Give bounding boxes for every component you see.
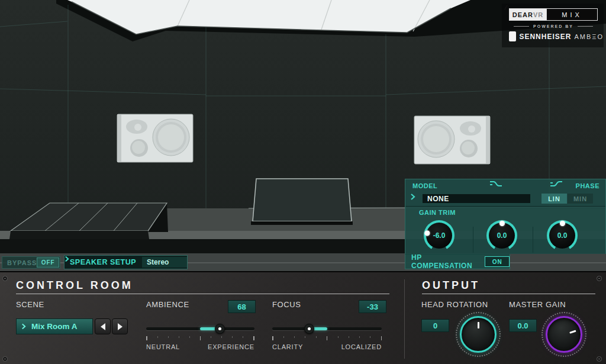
sennheiser-row: SENNHEISER AMBΞO [509,31,604,41]
speaker-setup-control[interactable]: SPEAKER SETUP Stereo [64,255,188,269]
head-rotation-label: HEAD ROTATION [421,300,488,309]
sennheiser-logo-icon [509,31,516,41]
model-expand-chevron-icon[interactable] [410,194,421,204]
focus-slider-handle[interactable] [304,324,314,334]
right-arrow-icon [118,323,123,330]
room-3d-view: DEARVR MIX POWERED BY SENNHEISER AMBΞO M… [0,0,606,272]
branding-block: DEARVR MIX POWERED BY SENNHEISER AMBΞO [502,4,604,47]
studio-screen [251,179,353,225]
bypass-control: BYPASS OFF [2,256,60,269]
ambience-slider[interactable] [146,324,254,334]
model-dropdown[interactable]: NONE [422,194,531,204]
scene-prev-button[interactable] [95,318,111,334]
ambience-min-label: NEUTRAL [146,343,180,350]
dearvr-mix-logo: DEARVR MIX [509,8,598,21]
gain-trim-knob[interactable]: -6.0 [424,220,454,251]
master-gain-value-box[interactable]: 0.0 [509,319,537,332]
left-arrow-icon [101,323,105,330]
master-gain-label: MASTER GAIN [509,300,566,309]
screw-icon [597,356,602,362]
ambeo-label: AMBΞO [574,33,604,40]
scene-value: Mix Room A [31,322,78,331]
powered-by-row: POWERED BY [509,24,598,28]
left-speaker [117,114,193,162]
phase-min-button[interactable]: MIN [568,194,593,204]
focus-max-label: LOCALIZED [341,343,382,350]
low-shelf-knob[interactable]: 0.0 [486,220,517,251]
screw-icon [2,356,8,362]
logo-vr: VR [533,11,543,18]
logo-dear: DEAR [512,11,533,18]
control-room-title: CONTROL ROOM [16,279,133,292]
mixing-console-ramp [9,203,168,239]
speaker-setup-label: SPEAKER SETUP [70,258,136,266]
screw-icon [597,276,602,281]
focus-min-label: CLARITY [272,343,303,350]
logo-mix: MIX [546,9,597,20]
hp-compensation-strip: HP COMPENSATION ON [405,254,510,269]
low-pass-filter-icon [489,179,503,189]
scene-dropdown[interactable]: Mix Room A [16,318,93,334]
phase-lin-button[interactable]: LIN [541,194,567,204]
master-gain-knob[interactable] [546,316,582,353]
focus-value-box[interactable]: -33 [359,300,386,313]
bypass-toggle[interactable]: OFF [37,257,59,268]
screw-icon [2,276,8,281]
head-rotation-value-box[interactable]: 0 [421,319,449,332]
powered-by-label: POWERED BY [533,24,573,28]
hp-compensation-toggle[interactable]: ON [485,256,510,267]
model-phase-panel: MODEL PHASE NONE LIN MIN GAIN TRIM [405,179,606,254]
focus-slider[interactable] [272,324,382,334]
bypass-label: BYPASS [7,259,37,266]
dearvr-mix-plugin-window: DEARVR MIX POWERED BY SENNHEISER AMBΞO M… [0,0,606,364]
speaker-setup-chevron-icon [65,256,69,262]
scene-label: SCENE [16,300,44,309]
focus-label: FOCUS [272,300,301,309]
gain-trim-label: GAIN TRIM [419,209,456,216]
right-speaker [414,116,490,164]
ambience-slider-handle[interactable] [215,324,225,334]
ambience-label: AMBIENCE [146,300,189,309]
high-pass-filter-icon [549,179,563,189]
bottom-control-panel: CONTROL ROOM SCENE Mix Room A AMBIENCE 6… [0,271,606,364]
gain-trim-value: -6.0 [424,220,454,251]
high-shelf-value: 0.0 [547,220,578,251]
head-rotation-knob[interactable] [460,316,497,353]
section-divider [404,279,405,359]
scene-next-button[interactable] [112,318,128,334]
speaker-setup-value[interactable]: Stereo [142,257,187,268]
scene-chevron-icon [21,323,26,330]
low-shelf-value: 0.0 [486,220,517,251]
high-shelf-knob[interactable]: 0.0 [547,220,578,251]
hp-compensation-label: HP COMPENSATION [411,253,478,270]
ambience-value-box[interactable]: 68 [228,300,256,313]
sennheiser-label: SENNHEISER [519,33,571,41]
output-title: OUTPUT [422,279,480,292]
phase-label: PHASE [576,182,599,189]
ambience-max-label: EXPERIENCE [208,343,254,350]
model-label: MODEL [412,182,437,189]
